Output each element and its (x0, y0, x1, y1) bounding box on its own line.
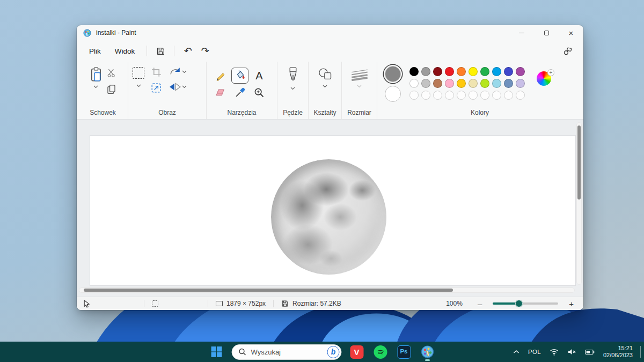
spotify-icon (374, 345, 387, 359)
palette-swatch-r2-c7[interactable] (480, 79, 489, 88)
palette-swatch-r2-c4[interactable] (445, 79, 454, 88)
redo-button[interactable]: ↷ (196, 43, 214, 58)
palette-swatch-r1-c1[interactable] (409, 67, 419, 76)
undo-icon: ↶ (184, 46, 192, 56)
palette-swatch-r2-c10[interactable] (516, 79, 525, 88)
start-button[interactable] (208, 343, 225, 360)
palette-swatch-r2-c5[interactable] (457, 79, 466, 88)
palette-swatch-r3-c6[interactable] (469, 91, 478, 100)
flip-button[interactable] (169, 82, 187, 92)
zoom-slider[interactable] (493, 300, 558, 307)
palette-swatch-r2-c2[interactable] (421, 79, 430, 88)
statusbar: 1879 × 752px Rozmiar: 57.2KB 100% – + (77, 297, 583, 310)
palette-swatch-r3-c7[interactable] (480, 91, 489, 100)
windows-logo-icon (211, 346, 223, 358)
cut-button[interactable] (107, 68, 116, 78)
palette-swatch-r1-c3[interactable] (433, 67, 442, 76)
horizontal-scrollbar-thumb[interactable] (84, 289, 453, 292)
zoom-slider-fill (493, 302, 516, 305)
palette-swatch-r1-c7[interactable] (480, 67, 489, 76)
palette-swatch-r1-c4[interactable] (445, 67, 454, 76)
palette-swatch-r3-c8[interactable] (492, 91, 501, 100)
edit-colors-button[interactable]: + (537, 71, 553, 87)
palette-swatch-r1-c8[interactable] (492, 67, 501, 76)
save-button[interactable] (152, 43, 169, 58)
horizontal-scrollbar[interactable] (79, 287, 575, 293)
palette-swatch-r1-c10[interactable] (516, 67, 525, 76)
menu-widok[interactable]: Widok (108, 44, 142, 58)
cursor-icon (83, 300, 90, 308)
show-desktop-button[interactable] (640, 346, 641, 358)
menu-plik[interactable]: Plik (82, 44, 108, 58)
window-title: instalki - Paint (96, 29, 136, 36)
taskbar-app-photoshop[interactable]: Ps (396, 343, 413, 360)
maximize-button[interactable] (534, 25, 559, 40)
settings-button[interactable] (559, 43, 576, 58)
text-tool-button[interactable]: A (255, 70, 262, 82)
palette-swatch-r1-c9[interactable] (504, 67, 513, 76)
wifi-button[interactable] (546, 344, 562, 360)
taskbar-app-vivaldi[interactable]: V (348, 343, 365, 360)
vertical-scrollbar[interactable] (576, 122, 582, 285)
copy-button[interactable] (107, 84, 116, 94)
brushes-button[interactable] (287, 67, 299, 83)
crop-icon (151, 67, 162, 77)
clock[interactable]: 15:21 02/06/2023 (600, 345, 636, 359)
titlebar[interactable]: instalki - Paint × (77, 25, 583, 40)
volume-button[interactable] (564, 344, 580, 360)
palette-swatch-r2-c9[interactable] (504, 79, 513, 88)
chevron-down-icon (323, 85, 327, 88)
line-size-icon (350, 67, 369, 81)
drawing-canvas[interactable] (90, 136, 575, 285)
pencil-tool-button[interactable] (215, 70, 226, 81)
language-indicator[interactable]: POL (525, 344, 544, 360)
zoom-slider-thumb[interactable] (515, 300, 523, 307)
palette-swatch-r3-c3[interactable] (433, 91, 442, 100)
palette-swatch-r3-c9[interactable] (504, 91, 513, 100)
taskbar-app-paint[interactable] (419, 343, 436, 360)
battery-button[interactable] (582, 344, 598, 360)
palette-swatch-r2-c1[interactable] (409, 79, 419, 88)
palette-swatch-r2-c8[interactable] (492, 79, 501, 88)
palette-swatch-r1-c6[interactable] (469, 67, 478, 76)
undo-button[interactable]: ↶ (179, 43, 196, 58)
palette-swatch-r3-c1[interactable] (409, 91, 419, 100)
tray-chevron-button[interactable] (510, 344, 523, 360)
fill-bucket-icon (235, 70, 245, 81)
taskbar-app-spotify[interactable] (372, 343, 389, 360)
size-button[interactable] (350, 67, 369, 81)
palette-swatch-r1-c2[interactable] (421, 67, 430, 76)
shapes-button[interactable] (318, 67, 333, 81)
crop-button[interactable] (151, 67, 162, 77)
color2-swatch[interactable] (385, 86, 401, 102)
palette-swatch-r3-c2[interactable] (421, 91, 430, 100)
copy-icon (107, 84, 116, 94)
palette-swatch-r3-c5[interactable] (457, 91, 466, 100)
palette-swatch-r2-c3[interactable] (433, 79, 442, 88)
palette-swatch-r3-c4[interactable] (445, 91, 454, 100)
fill-tool-button-selected[interactable] (231, 68, 248, 84)
zoom-out-button[interactable]: – (474, 299, 485, 308)
magnifier-tool-button[interactable] (254, 87, 265, 98)
color1-swatch[interactable] (385, 66, 401, 82)
vertical-scrollbar-thumb[interactable] (577, 125, 581, 200)
minimize-button[interactable] (509, 25, 534, 40)
color-picker-tool-button[interactable] (235, 87, 245, 98)
taskbar: Wyszukaj b V Ps (0, 342, 644, 362)
resize-button[interactable] (151, 83, 162, 93)
select-button[interactable] (133, 67, 144, 79)
palette-swatch-r3-c10[interactable] (516, 91, 525, 100)
menubar: Plik Widok ↶ ↷ (77, 40, 583, 62)
rotate-button[interactable] (169, 67, 187, 77)
palette-swatch-r2-c6[interactable] (469, 79, 478, 88)
group-label-brushes: Pędzle (277, 109, 308, 116)
vivaldi-icon: V (350, 345, 363, 359)
paste-button[interactable] (90, 67, 103, 107)
selection-size-indicator (152, 300, 158, 307)
zoom-in-button[interactable]: + (566, 299, 577, 308)
search-input[interactable]: Wyszukaj b (232, 344, 342, 360)
close-button[interactable]: × (559, 25, 583, 40)
bing-icon[interactable]: b (327, 346, 340, 358)
palette-swatch-r1-c5[interactable] (457, 67, 466, 76)
eraser-tool-button[interactable] (215, 88, 226, 98)
